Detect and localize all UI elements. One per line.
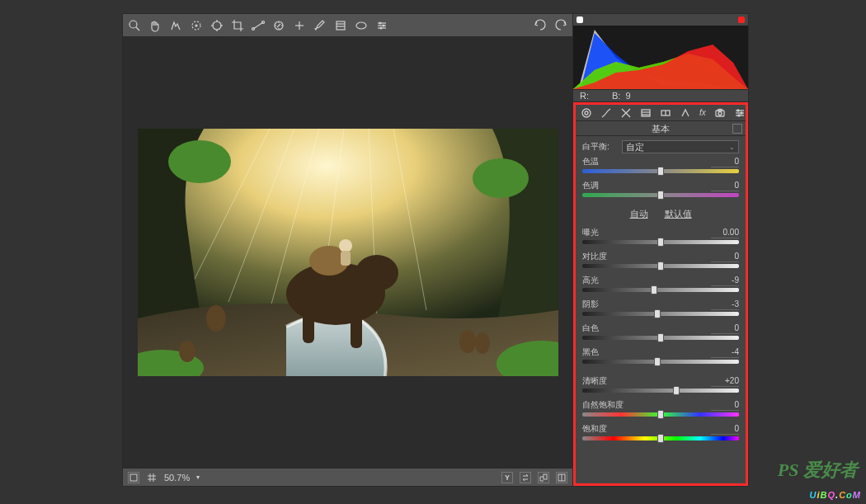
highlight-clip-icon[interactable] [738,16,745,23]
svg-point-44 [179,341,195,362]
b-label: B: [612,91,620,101]
slider-blacks: 黑色-4 [576,345,746,369]
svg-point-11 [262,21,265,23]
clarity-slider[interactable] [582,389,739,393]
temp-slider[interactable] [582,169,739,173]
right-panel: R: B: 9 fx 基本 白平衡: 自定⌄ [572,14,748,486]
hand-icon[interactable] [148,19,162,32]
svg-point-61 [585,111,588,115]
swap-before-after-icon[interactable] [520,472,531,483]
slider-contrast: 对比度0 [576,249,746,273]
tint-slider[interactable] [582,193,739,197]
shadows-slider[interactable] [582,312,739,316]
rotate-cw-icon[interactable] [554,19,567,32]
color-sampler-icon[interactable] [190,19,203,32]
tab-detail-icon[interactable] [620,107,632,119]
r-label: R: [580,91,589,101]
svg-point-18 [356,22,366,29]
svg-point-73 [737,110,739,111]
wb-dropdown[interactable]: 自定⌄ [622,140,739,153]
shadow-clip-icon[interactable] [577,16,583,23]
redeye-icon[interactable] [293,19,306,32]
main-row: 50.7% ▾ Y R: B: 9 [123,14,748,486]
svg-line-9 [253,22,263,29]
camera-raw-window: 50.7% ▾ Y R: B: 9 [122,13,749,487]
svg-point-24 [380,27,382,29]
blacks-slider[interactable] [582,360,739,364]
vibrance-slider[interactable] [582,412,739,417]
top-toolbar [123,14,572,37]
graduated-filter-icon[interactable] [334,19,347,32]
panel-title: 基本 [576,121,746,136]
tab-basic-icon[interactable] [581,107,592,119]
svg-point-46 [475,332,490,354]
basic-panel-highlighted: fx 基本 白平衡: 自定⌄ 色温0 色调0 [573,102,748,486]
grid-3x3-icon[interactable] [146,472,158,483]
svg-point-33 [355,255,398,291]
slider-exposure: 曝光0.00 [576,225,746,249]
copy-settings-icon[interactable] [538,472,549,483]
canvas-viewport[interactable] [123,37,572,468]
slider-clarity: 清晰度+20 [576,374,746,398]
whites-slider[interactable] [582,336,739,340]
b-value: 9 [626,91,631,101]
crop-icon[interactable] [231,19,244,32]
svg-rect-35 [351,313,362,348]
zoom-icon[interactable] [128,19,141,32]
svg-point-41 [168,140,231,183]
zoom-chevron-icon[interactable]: ▾ [196,473,200,481]
svg-point-23 [383,25,384,26]
svg-point-74 [741,112,742,114]
svg-point-3 [195,25,197,26]
tab-fx-icon[interactable]: fx [699,107,706,119]
slider-whites: 白色0 [576,321,746,345]
before-after-y-icon[interactable]: Y [501,472,513,483]
tab-camera-icon[interactable] [714,107,726,119]
white-balance-icon[interactable] [169,19,182,32]
highlights-slider[interactable] [582,288,739,292]
rotate-ccw-icon[interactable] [534,19,547,32]
tab-presets-icon[interactable] [734,107,746,119]
default-link[interactable]: 默认值 [665,208,692,220]
slider-tint: 色调0 [576,178,746,202]
straighten-icon[interactable] [252,19,265,32]
contrast-slider[interactable] [582,264,739,268]
svg-point-0 [129,21,137,28]
status-bar: 50.7% ▾ Y [123,468,572,486]
preferences-icon[interactable] [375,19,388,32]
exposure-slider[interactable] [582,240,739,244]
svg-rect-62 [642,110,650,116]
adjustment-brush-icon[interactable] [313,19,327,32]
targeted-adjustment-icon[interactable] [210,19,224,32]
histogram[interactable] [573,14,748,90]
auto-link[interactable]: 自动 [630,208,648,220]
svg-point-45 [459,330,476,353]
panel-body: 白平衡: 自定⌄ 色温0 色调0 自动 默认值 曝光0.00 [576,136,746,483]
svg-line-1 [136,27,139,31]
svg-rect-15 [337,21,345,30]
svg-point-22 [379,22,381,24]
radial-filter-icon[interactable] [355,19,368,32]
tab-hsl-icon[interactable] [640,107,652,119]
grid-toggle-icon[interactable] [128,472,139,483]
tab-splittone-icon[interactable] [660,107,671,119]
slider-temp: 色温0 [576,154,746,178]
histogram-chart [573,25,748,89]
tab-tonecurve-icon[interactable] [600,107,612,119]
watermark-text: PS 爱好者 [778,458,858,483]
watermark-url: UiBQ.CoM [810,483,861,502]
wb-label: 白平衡: [582,141,617,153]
left-pane: 50.7% ▾ Y [123,14,572,486]
saturation-slider[interactable] [582,436,739,440]
svg-rect-52 [544,474,547,479]
panel-menu-icon[interactable] [732,124,742,134]
spot-removal-icon[interactable] [272,19,285,32]
svg-point-68 [718,111,722,115]
zoom-level[interactable]: 50.7% [164,473,190,483]
svg-rect-47 [130,474,137,481]
svg-point-43 [206,305,226,332]
view-mode-icon[interactable] [556,472,567,483]
tab-lenscorr-icon[interactable] [680,107,691,119]
slider-saturation: 饱和度0 [576,422,746,445]
slider-vibrance: 自然饱和度0 [576,398,746,422]
